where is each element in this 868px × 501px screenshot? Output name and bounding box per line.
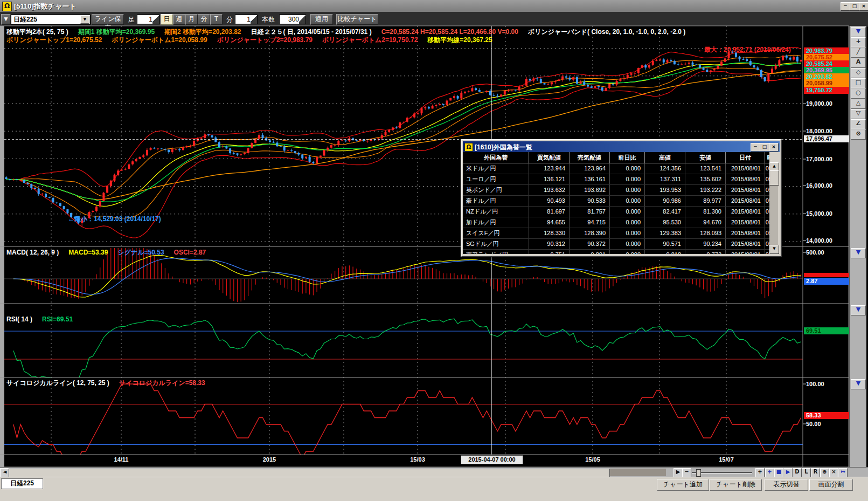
forex-column-header[interactable]: 高値 (645, 152, 685, 163)
remove-chart-button[interactable]: チャート削除 (710, 479, 762, 491)
forex-cell: 0.000 (610, 207, 645, 217)
crosshair-tool-button[interactable]: + (851, 37, 866, 47)
time-axis-label: 14/11 (102, 456, 140, 463)
triangle-up-tool-button[interactable]: △ (851, 99, 866, 109)
forex-column-header[interactable]: 前日比 (610, 152, 645, 163)
axis-value-badge: 17,696.47 (804, 135, 850, 142)
forex-cell: 129.383 (645, 228, 685, 239)
forex-column-header[interactable]: 外国為替 (463, 152, 529, 163)
forex-window[interactable]: Ω [1610]外国為替一覧 ─ □ × 外国為替買気配値売気配値前日比高値安値… (461, 139, 782, 257)
forex-scrollbar[interactable]: ▲ ▼ (769, 162, 778, 253)
forex-cell: 05:55 (765, 207, 770, 217)
tab-nikkei225[interactable]: 日経225 (1, 478, 43, 489)
chart-nav-bar: ◄▶−++■▶DLR⊕×↦ (0, 467, 868, 477)
forex-cell: NZドル／円 (463, 207, 529, 217)
forex-row[interactable]: スイスF／円128.330128.3900.000129.383128.0932… (463, 228, 769, 239)
forex-column-header[interactable]: 日付 (726, 152, 765, 163)
chart-scrollbar-track[interactable] (9, 469, 666, 476)
forex-cell: 81.300 (685, 207, 726, 217)
forex-maximize-icon[interactable]: □ (760, 143, 769, 152)
text-tool-button[interactable]: A (851, 58, 866, 68)
collapse-psych-panel-button[interactable]: ▼ (851, 379, 866, 389)
forex-cell: スイスF／円 (463, 228, 529, 239)
forex-scrollbar-thumb[interactable] (769, 170, 779, 186)
price-header-segment: ボリンジャーボトム1=20,058.99 (112, 36, 207, 44)
forex-row[interactable]: 米ドル／円123.944123.9640.000124.356123.54120… (463, 163, 769, 174)
forex-row[interactable]: 豪ドル／円90.49390.5330.00090.98689.9772015/0… (463, 196, 769, 207)
scroll-down-icon[interactable]: ▼ (769, 245, 779, 254)
forex-row[interactable]: 加ドル／円94.65594.7150.00095.53094.6702015/0… (463, 217, 769, 228)
collapse-price-panel-button[interactable]: ▼ (851, 27, 866, 37)
split-screen-button[interactable]: 画面分割 (809, 479, 853, 491)
forex-cell: 128.390 (570, 228, 610, 239)
forex-row[interactable]: NZドル／円81.69781.7570.00082.41781.3002015/… (463, 207, 769, 217)
toggle-display-button[interactable]: 表示切替 (765, 479, 808, 491)
macd-header-segment: OSCI=2.87 (174, 249, 206, 256)
trendline-tool-button[interactable]: ╱ (851, 47, 866, 58)
forex-window-title: [1610]外国為替一覧 (475, 143, 532, 152)
forex-cell: 2015/08/01 (726, 196, 765, 207)
forex-minimize-icon[interactable]: ─ (751, 143, 760, 152)
angle-tool-button[interactable]: ∠ (851, 119, 866, 129)
forex-column-header[interactable]: 時刻 (765, 152, 770, 163)
forex-column-header[interactable]: 売気配値 (570, 152, 610, 163)
forex-cell: 0.000 (610, 196, 645, 207)
max-price-annotation: ←最大：20,952.71 (2015/06/24) (698, 45, 791, 54)
forex-close-icon[interactable]: × (769, 143, 779, 152)
time-axis-label: 15/05 (574, 456, 612, 463)
price-header-segment: 期間2 移動平均=20,203.82 (164, 28, 241, 36)
forex-cell: 135.602 (685, 174, 726, 185)
macd-header-segment: MACD( 12, 26, 9 ) (6, 249, 59, 256)
application-window: Ω [5110]指数チャート ─ □ × ▼ 日経225 ▼ ライン保存 足 1… (0, 0, 868, 501)
forex-cell: 136.121 (529, 174, 570, 185)
diamond-tool-button[interactable]: ◇ (851, 68, 866, 78)
forex-cell: 95.530 (645, 217, 685, 228)
time-axis-label: 15/07 (707, 456, 745, 463)
forex-cell: 90.234 (685, 239, 726, 250)
forex-cell: 加ドル／円 (463, 217, 529, 228)
forex-cell: 2015/08/01 (726, 250, 765, 255)
forex-cell: 90.493 (529, 196, 570, 207)
forex-cell: 89.977 (685, 196, 726, 207)
forex-row[interactable]: ユーロ／円136.121136.1610.000137.311135.60220… (463, 174, 769, 185)
delete-drawing-button[interactable]: ⊗ (851, 129, 866, 140)
zoom-slider-thumb[interactable] (696, 469, 701, 477)
collapse-rsi-panel-button[interactable]: ▼ (851, 305, 866, 315)
forex-cell: 193.953 (645, 185, 685, 196)
ellipse-tool-button[interactable]: ○ (851, 88, 866, 99)
forex-cell: 136.161 (570, 174, 610, 185)
rectangle-tool-button[interactable]: □ (851, 78, 866, 88)
forex-row[interactable]: 英ポンド／円193.632193.6920.000193.953193.2222… (463, 185, 769, 196)
forex-window-title-bar[interactable]: Ω [1610]外国為替一覧 ─ □ × (463, 141, 780, 152)
axis-value-badge: 69.51 (804, 327, 850, 334)
price-header-segment: 期間1 移動平均=20,369.95 (78, 28, 155, 36)
axis-tick-label: 17,000.00 (804, 156, 850, 163)
forex-cell: 英ポンド／円 (463, 185, 529, 196)
forex-column-header[interactable]: 買気配値 (529, 152, 570, 163)
forex-cell: 124.356 (645, 163, 685, 174)
axis-tick-label: 14,000.00 (804, 237, 850, 244)
forex-cell: 05:55 (765, 250, 770, 255)
chart-scrollbar-thumb[interactable] (9, 469, 610, 477)
collapse-macd-panel-button[interactable]: ▼ (851, 248, 866, 258)
add-chart-button[interactable]: チャート追加 (657, 479, 709, 491)
forex-column-header[interactable]: 安値 (685, 152, 726, 163)
forex-cell: 0.000 (610, 174, 645, 185)
axis-value-badge: 58.33 (804, 412, 850, 419)
forex-cell: 90.986 (645, 196, 685, 207)
triangle-down-tool-button[interactable]: ▽ (851, 109, 866, 119)
forex-cell: 90.372 (570, 239, 610, 250)
forex-cell: 0.000 (610, 228, 645, 239)
zoom-slider[interactable] (692, 472, 752, 473)
forex-row[interactable]: SGドル／円90.31290.3720.00090.57190.2342015/… (463, 239, 769, 250)
forex-cell: 193.632 (529, 185, 570, 196)
forex-cell: 81.757 (570, 207, 610, 217)
forex-cell: 2015/08/01 (726, 228, 765, 239)
forex-cell: 81.697 (529, 207, 570, 217)
forex-cell: 05:55 (765, 185, 770, 196)
macd-header-segment: シグナル=50.53 (117, 249, 164, 256)
forex-row[interactable]: 南アランド／円9.7519.8010.0009.8189.7722015/08/… (463, 250, 769, 255)
forex-cell: 米ドル／円 (463, 163, 529, 174)
forex-cell: 0.000 (610, 217, 645, 228)
forex-cell: 123.944 (529, 163, 570, 174)
